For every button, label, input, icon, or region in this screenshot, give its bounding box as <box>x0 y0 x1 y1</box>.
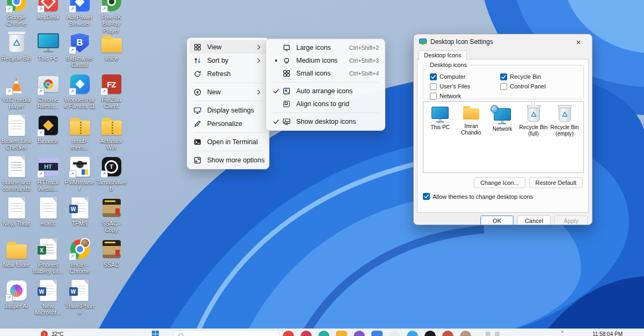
taskbar-app-app-purple[interactable] <box>354 331 365 336</box>
desktop-icon[interactable]: Activator Win <box>96 114 127 155</box>
taskbar-clock[interactable]: 11:58:04 PM <box>592 331 623 336</box>
desktop-icon[interactable]: WTPMS <box>64 197 96 237</box>
desktop-icon[interactable]: ↗Jasper AI <box>1 279 32 320</box>
close-icon[interactable]: × <box>570 35 587 48</box>
taskbar-app-app-light[interactable] <box>389 331 400 336</box>
taskbar-app-app-skyblue[interactable] <box>407 331 418 336</box>
tray-icon[interactable] <box>495 332 500 336</box>
allow-themes-checkbox[interactable] <box>423 193 430 200</box>
desktop-icon[interactable]: ↗Google Chrome <box>1 0 32 31</box>
desktop-icon[interactable]: elorcc <box>32 197 64 237</box>
desktop-icon-label: BitBrowser Global <box>64 55 96 69</box>
menu-item-auto-arrange-icons[interactable]: Auto arrange icons <box>268 85 383 98</box>
menu-item-display-settings[interactable]: Display settings <box>189 103 267 117</box>
desktop-icon[interactable]: Ninja Tools <box>1 197 32 237</box>
menu-item-refresh[interactable]: Refresh <box>189 67 267 80</box>
desktop-icon[interactable]: ↗PVABrowser <box>64 155 96 196</box>
taskbar-app-app-black[interactable] <box>425 331 436 336</box>
taskbar-app-app-red[interactable] <box>283 331 294 336</box>
tab-desktop-icons[interactable]: Desktop Icons <box>419 50 467 60</box>
weather-temperature[interactable]: 32°C <box>52 331 63 336</box>
desktop-icon[interactable]: ↗Free 4K Blu-ray Player <box>96 0 127 31</box>
unchecked-checkbox[interactable] <box>430 93 437 100</box>
desktop-icon[interactable]: Recycle Bin <box>1 32 32 72</box>
word-doc-icon: W <box>71 197 89 219</box>
checked-checkbox[interactable] <box>500 73 507 80</box>
desktop-icon[interactable]: rehub-them... <box>64 114 96 155</box>
tray-icon[interactable] <box>486 332 491 336</box>
menu-item-view[interactable]: View <box>189 40 267 54</box>
menu-item-show-desktop-icons[interactable]: Show desktop icons <box>268 115 383 128</box>
desktop-icon[interactable]: SSAC - Copy <box>96 197 127 237</box>
allow-themes-row: Allow themes to change desktop icons <box>423 193 533 200</box>
checkbox-user-s-files[interactable]: User's Files <box>430 81 500 91</box>
menu-item-small-icons[interactable]: Small iconsCtrl+Shift+4 <box>268 67 383 80</box>
preview-icon-this-pc[interactable]: This PC <box>425 105 456 173</box>
unchecked-checkbox[interactable] <box>430 83 437 90</box>
weather-notification-badge[interactable]: 1 <box>41 331 48 336</box>
desktop-icon[interactable]: SSAC <box>96 238 127 279</box>
menu-item-sort-by[interactable]: Sort by <box>189 54 267 67</box>
taskbar-app-app-blue[interactable] <box>371 331 383 336</box>
preview-icon-imran-chandio[interactable]: Imran Chandio <box>456 105 487 173</box>
selected-bullet-icon <box>272 56 280 65</box>
desktop-icon[interactable]: ↗AdsPower Browser <box>64 0 96 31</box>
apply-button[interactable]: Apply <box>554 215 588 225</box>
taskbar-app-avatar-app[interactable] <box>442 331 453 336</box>
desktop-icon[interactable]: ↗Tamashaweb <box>96 155 127 196</box>
checkmark-icon <box>272 117 280 126</box>
checkbox-network[interactable]: Network <box>430 91 500 101</box>
desktop-icon-image: W <box>69 279 91 302</box>
start-button-icon[interactable] <box>152 331 159 336</box>
preview-icon-recycle-bin-full-[interactable]: Recycle Bin (full) <box>518 105 549 173</box>
menu-item-large-icons[interactable]: Large iconsCtrl+Shift+2 <box>268 41 383 54</box>
groupbox-legend: Desktop icons <box>428 62 469 68</box>
checked-checkbox[interactable] <box>430 73 437 80</box>
restore-default-button[interactable]: Restore Default <box>529 177 583 188</box>
desktop-icon[interactable]: WNew Microsof... <box>32 279 64 320</box>
desktop-icon[interactable]: ↗Binance <box>32 114 64 155</box>
change-icon-button[interactable]: Change Icon... <box>474 177 525 188</box>
desktop-icon[interactable]: B↗BitBrowser Global <box>64 32 96 72</box>
ok-button[interactable]: OK <box>480 215 514 225</box>
taskbar-app-folder-app[interactable] <box>336 331 347 336</box>
desktop-icon[interactable]: Broken Link Checker <box>1 114 32 155</box>
desktop-icon[interactable]: This PC <box>32 32 64 72</box>
desktop-icon-image: ↗ <box>37 114 60 137</box>
menu-item-open-in-terminal[interactable]: Open in Terminal <box>189 135 267 148</box>
desktop-icon[interactable]: ↗Wondershare Filmora 11 <box>64 73 96 114</box>
desktop-icon[interactable]: outline and commands <box>1 155 32 196</box>
desktop-icon[interactable]: XiPhones Battery Lif... <box>32 238 64 279</box>
word-doc-icon: W <box>40 280 57 301</box>
taskbar-app-app-teal[interactable] <box>318 331 330 336</box>
taskbar-search-input[interactable] <box>173 330 280 336</box>
cancel-button[interactable]: Cancel <box>517 215 551 225</box>
preview-icon-recycle-bin-empty-[interactable]: Recycle Bin (empty) <box>549 105 580 173</box>
menu-item-medium-icons[interactable]: Medium iconsCtrl+Shift+3 <box>268 54 383 67</box>
taskbar-app-app-crimson[interactable] <box>301 331 312 336</box>
desktop-icon-label: Binance <box>38 138 58 144</box>
preview-icon-network[interactable]: Network <box>487 105 518 173</box>
menu-item-new[interactable]: New <box>189 85 267 99</box>
unchecked-checkbox[interactable] <box>500 83 507 90</box>
desktop-icon[interactable]: WTravelPhone <box>64 279 96 320</box>
checkbox-control-panel[interactable]: Control Panel <box>500 81 580 91</box>
menu-item-label: View <box>207 43 222 51</box>
desktop-icon[interactable]: FZ↗FileZilla Client <box>96 73 127 114</box>
menu-item-show-more-options[interactable]: Show more options <box>189 153 267 167</box>
desktop-icon[interactable]: ↗Imran - Chrome <box>64 238 96 279</box>
checkbox-computer[interactable]: Computer <box>430 72 500 81</box>
menu-item-align-icons-to-grid[interactable]: Align icons to grid <box>268 98 383 110</box>
desktop-icon-image: W <box>37 279 60 302</box>
menu-item-personalize[interactable]: Personalize <box>189 117 267 130</box>
desktop-icon[interactable]: voice <box>96 32 127 72</box>
desktop-icon[interactable]: ↗VLC media player <box>1 73 32 114</box>
desktop-icon[interactable]: ↗AnyDesk <box>32 0 64 31</box>
desktop-icon-label: Ninja Tools <box>3 220 30 227</box>
desktop-icon[interactable]: ↗Chrome Remot... <box>32 73 64 114</box>
checkbox-recycle-bin[interactable]: Recycle Bin <box>500 72 580 81</box>
tray-chevron-up-icon[interactable]: ^ <box>561 330 564 335</box>
taskbar-app-avatar-app-2[interactable] <box>460 331 471 336</box>
desktop-icon[interactable]: HT↗HTTrack Websi... <box>32 155 64 196</box>
desktop-icon[interactable]: New folder <box>1 238 32 279</box>
